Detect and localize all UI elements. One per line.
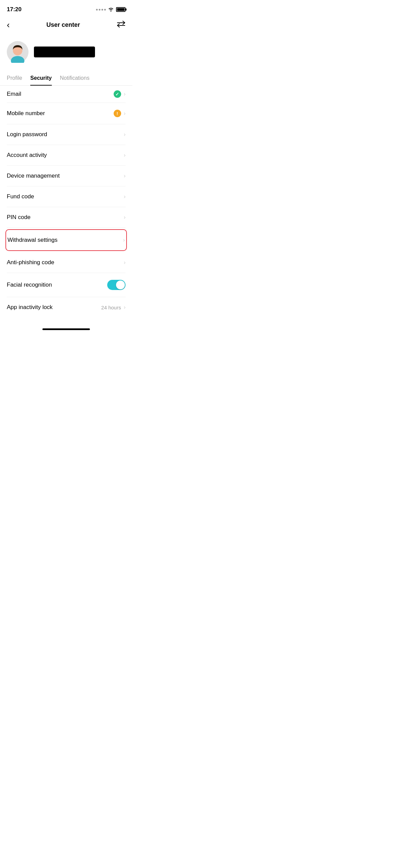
tab-notifications[interactable]: Notifications — [60, 71, 90, 85]
mobile-right: ! › — [114, 110, 126, 117]
fund-code-chevron: › — [124, 194, 126, 200]
menu-item-account-activity[interactable]: Account activity › — [7, 145, 126, 166]
menu-item-email[interactable]: Email ✓ › — [7, 86, 126, 103]
menu-item-facial-recognition[interactable]: Facial recognition — [7, 273, 126, 297]
wifi-icon — [108, 7, 114, 13]
mobile-status-dot: ! — [114, 110, 121, 117]
app-inactivity-chevron: › — [124, 304, 126, 310]
account-activity-label: Account activity — [7, 152, 47, 159]
email-right: ✓ › — [114, 90, 126, 98]
back-button[interactable]: ‹ — [7, 20, 10, 30]
fund-code-label: Fund code — [7, 193, 34, 200]
facial-recognition-toggle[interactable] — [107, 280, 126, 290]
withdrawal-settings-label: Withdrawal settings — [7, 237, 57, 243]
tab-security[interactable]: Security — [30, 71, 52, 85]
avatar — [7, 41, 28, 63]
menu-item-app-inactivity-lock[interactable]: App inactivity lock 24 hours › — [7, 297, 126, 318]
tab-profile[interactable]: Profile — [7, 71, 22, 85]
facial-recognition-label: Facial recognition — [7, 282, 52, 288]
menu-item-fund-code[interactable]: Fund code › — [7, 186, 126, 207]
menu-list: Email ✓ › Mobile number ! › Login passwo… — [0, 86, 132, 318]
app-inactivity-right: 24 hours › — [101, 304, 126, 310]
withdrawal-settings-right: › — [123, 237, 125, 243]
fund-code-right: › — [124, 194, 126, 200]
menu-item-withdrawal-settings[interactable]: Withdrawal settings › — [7, 230, 125, 250]
home-indicator — [0, 324, 132, 333]
email-chevron: › — [124, 91, 126, 97]
menu-item-login-password[interactable]: Login password › — [7, 124, 126, 145]
menu-item-pin-code[interactable]: PIN code › — [7, 207, 126, 228]
app-inactivity-lock-label: App inactivity lock — [7, 304, 53, 311]
menu-item-device-management[interactable]: Device management › — [7, 166, 126, 186]
facial-recognition-right — [107, 280, 126, 290]
profile-section — [0, 36, 132, 71]
login-password-chevron: › — [124, 131, 126, 138]
status-icons — [96, 7, 126, 13]
anti-phishing-chevron: › — [124, 259, 126, 266]
anti-phishing-label: Anti-phishing code — [7, 259, 54, 266]
status-time: 17:20 — [7, 6, 21, 13]
status-bar: 17:20 — [0, 0, 132, 17]
mobile-chevron: › — [124, 110, 126, 116]
menu-item-anti-phishing[interactable]: Anti-phishing code › — [7, 252, 126, 273]
email-label: Email — [7, 91, 21, 97]
menu-item-mobile[interactable]: Mobile number ! › — [7, 103, 126, 124]
avatar-svg — [7, 41, 28, 63]
pin-code-right: › — [124, 214, 126, 220]
app-inactivity-value: 24 hours — [101, 305, 121, 310]
home-bar — [42, 328, 90, 330]
login-password-right: › — [124, 131, 126, 138]
device-management-chevron: › — [124, 173, 126, 179]
username-redacted — [34, 47, 95, 57]
withdrawal-highlight-border: Withdrawal settings › — [5, 229, 127, 251]
email-status-dot: ✓ — [114, 90, 121, 98]
battery-icon — [116, 7, 126, 12]
device-management-right: › — [124, 173, 126, 179]
nav-bar: ‹ User center — [0, 17, 132, 36]
anti-phishing-right: › — [124, 259, 126, 266]
tabs-container: Profile Security Notifications — [0, 71, 132, 86]
page-title: User center — [46, 21, 80, 29]
pin-code-chevron: › — [124, 214, 126, 220]
signal-icon — [96, 9, 106, 11]
withdrawal-settings-chevron: › — [123, 237, 125, 243]
transfer-button[interactable] — [117, 20, 126, 30]
account-activity-right: › — [124, 152, 126, 158]
account-activity-chevron: › — [124, 152, 126, 158]
mobile-label: Mobile number — [7, 110, 45, 117]
device-management-label: Device management — [7, 173, 60, 179]
login-password-label: Login password — [7, 131, 47, 138]
pin-code-label: PIN code — [7, 214, 31, 221]
